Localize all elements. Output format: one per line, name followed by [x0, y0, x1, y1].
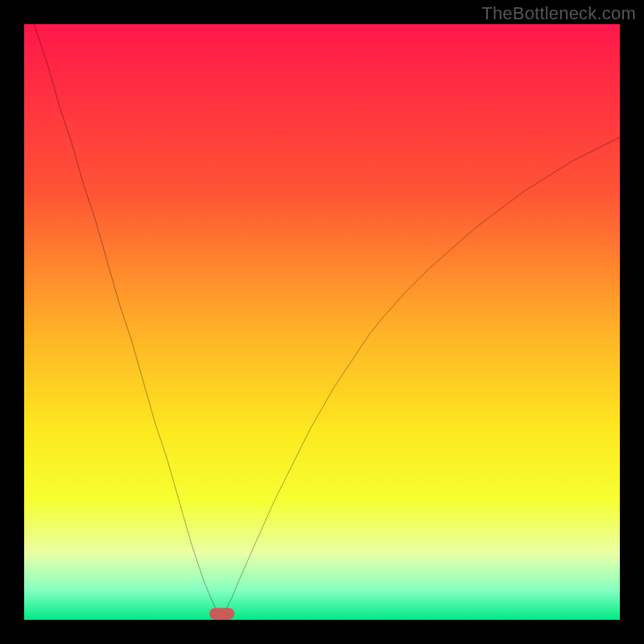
- bottleneck-chart: [24, 24, 620, 620]
- gradient-background: [24, 24, 620, 620]
- outer-frame: TheBottleneck.com: [0, 0, 644, 644]
- watermark-text: TheBottleneck.com: [481, 3, 636, 24]
- optimal-point-marker: [209, 608, 234, 620]
